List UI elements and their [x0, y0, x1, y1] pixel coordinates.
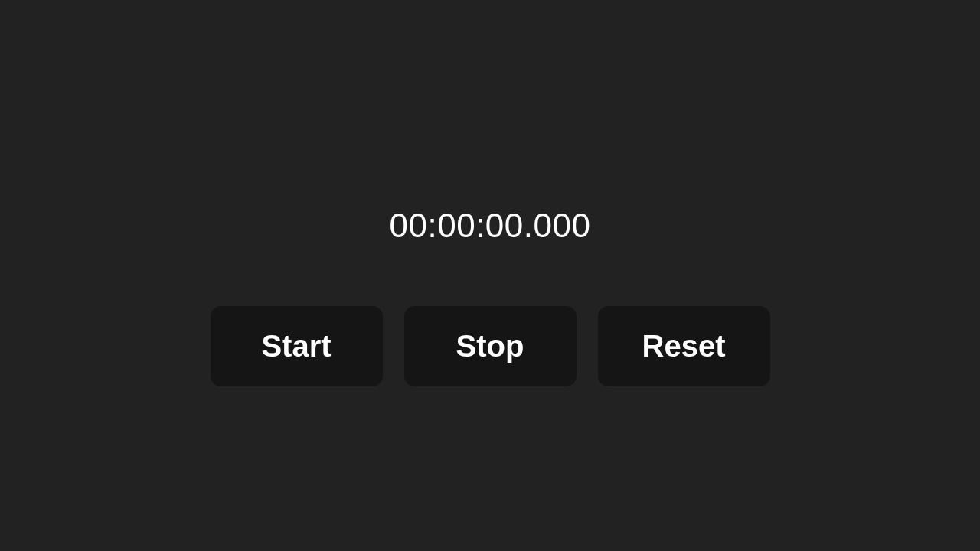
start-button[interactable]: Start	[211, 306, 383, 386]
timer-display: 00:00:00.000	[390, 207, 591, 245]
reset-button[interactable]: Reset	[598, 306, 770, 386]
stop-button[interactable]: Stop	[404, 306, 577, 386]
button-row: Start Stop Reset	[211, 306, 770, 386]
